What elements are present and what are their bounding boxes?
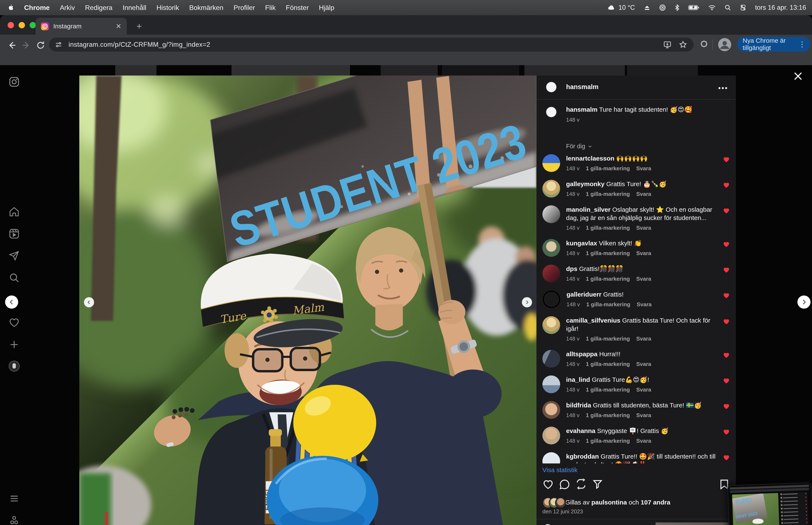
- comment-like-button[interactable]: [721, 350, 730, 368]
- sidebar-item-reels[interactable]: [9, 228, 20, 239]
- comment-reply-button[interactable]: Svara: [636, 361, 651, 368]
- comment-like-button[interactable]: [721, 290, 730, 309]
- view-statistics-link[interactable]: Visa statistik: [542, 466, 578, 474]
- comment-username[interactable]: kungavlax: [566, 240, 597, 246]
- comment-like-button[interactable]: [721, 205, 730, 231]
- owner-avatar[interactable]: [542, 79, 560, 97]
- install-icon[interactable]: [663, 41, 672, 49]
- menu-item[interactable]: Redigera: [85, 4, 112, 12]
- sidebar-item-home[interactable]: [9, 206, 20, 217]
- menu-item[interactable]: Historik: [156, 4, 179, 12]
- tab-close-icon[interactable]: ✕: [116, 22, 121, 30]
- menu-item[interactable]: Arkiv: [60, 4, 75, 12]
- sidebar-item-create[interactable]: [9, 339, 20, 350]
- carousel-next-button[interactable]: [522, 297, 532, 308]
- reload-button[interactable]: [35, 39, 47, 51]
- profile-avatar[interactable]: [718, 38, 731, 52]
- comment-username[interactable]: kgbroddan: [566, 453, 599, 460]
- close-modal-icon[interactable]: [793, 71, 803, 81]
- comment-reply-button[interactable]: Svara: [636, 335, 651, 342]
- likes-summary[interactable]: Gillas av paulsontina och 107 andra: [542, 497, 670, 508]
- comment-button[interactable]: [559, 479, 570, 491]
- close-window-button[interactable]: [7, 22, 14, 28]
- comment-reply-button[interactable]: Svara: [636, 387, 651, 393]
- instagram-logo-icon[interactable]: [9, 76, 20, 88]
- menu-item[interactable]: Profiler: [233, 4, 255, 12]
- comment-username[interactable]: galleriduerr: [567, 291, 601, 298]
- menu-item[interactable]: Flik: [265, 4, 276, 12]
- emoji-picker-icon[interactable]: [542, 524, 553, 525]
- forward-button[interactable]: [20, 39, 32, 51]
- url-text[interactable]: instagram.com/p/CtZ-CRFMM_g/?img_index=2: [68, 41, 210, 48]
- bluetooth-icon[interactable]: [675, 4, 679, 11]
- commenter-avatar[interactable]: [542, 426, 560, 445]
- comment-like-button[interactable]: [721, 265, 730, 282]
- wifi-icon[interactable]: [708, 5, 716, 11]
- comment-likes[interactable]: 1 gilla-markering: [586, 412, 630, 419]
- zoom-window-button[interactable]: [30, 22, 36, 28]
- battery-icon[interactable]: [688, 5, 699, 11]
- comment-likes[interactable]: 1 gilla-markering: [586, 438, 630, 444]
- likes-count[interactable]: 107 andra: [641, 499, 670, 506]
- comment-likes[interactable]: 1 gilla-markering: [586, 225, 630, 231]
- comment-like-button[interactable]: [721, 239, 730, 257]
- bookmark-star-icon[interactable]: [679, 41, 687, 49]
- comment-username[interactable]: camilla_silfvenius: [566, 317, 621, 324]
- commenter-avatar[interactable]: [542, 180, 560, 198]
- extensions-puzzle-icon[interactable]: [700, 40, 709, 50]
- menu-item[interactable]: Bokmärken: [189, 4, 224, 12]
- caption-avatar[interactable]: [542, 104, 560, 122]
- caption-username[interactable]: hansmalm: [566, 106, 597, 113]
- share-button[interactable]: [592, 479, 603, 491]
- menubar-clock[interactable]: tors 16 apr. 13:16: [755, 4, 806, 12]
- next-post-button[interactable]: [797, 296, 811, 309]
- menu-item[interactable]: Innehåll: [123, 4, 146, 12]
- comment-username[interactable]: lennartclaesson: [566, 155, 614, 162]
- comment-like-button[interactable]: [721, 180, 730, 198]
- previous-post-button[interactable]: [5, 296, 18, 309]
- menu-item[interactable]: Hjälp: [319, 4, 334, 12]
- commenter-avatar[interactable]: [542, 452, 560, 463]
- like-button[interactable]: [542, 479, 554, 491]
- sidebar-item-notifications[interactable]: [9, 317, 20, 328]
- comment-reply-button[interactable]: Svara: [636, 412, 651, 419]
- sidebar-item-profile[interactable]: [9, 360, 20, 372]
- likers-avatars[interactable]: [542, 497, 565, 508]
- comment-username[interactable]: bildfrida: [566, 402, 591, 409]
- carousel-previous-button[interactable]: [84, 297, 94, 308]
- comment-username[interactable]: dps: [566, 265, 577, 272]
- comment-reply-button[interactable]: Svara: [636, 250, 651, 257]
- comment-likes[interactable]: 1 gilla-markering: [586, 361, 630, 368]
- spotlight-search-icon[interactable]: [725, 4, 731, 11]
- liker-username[interactable]: paulsontina: [591, 499, 627, 506]
- comment-reply-button[interactable]: Svara: [636, 165, 651, 172]
- sidebar-item-search[interactable]: [9, 272, 20, 283]
- commenter-avatar[interactable]: [542, 239, 560, 257]
- comment-likes[interactable]: 1 gilla-markering: [586, 335, 630, 342]
- comment-reply-button[interactable]: Svara: [637, 301, 652, 308]
- control-center-icon[interactable]: [740, 4, 746, 11]
- commenter-avatar[interactable]: [542, 265, 560, 282]
- comment-likes[interactable]: 1 gilla-markering: [586, 191, 630, 197]
- minimize-window-button[interactable]: [19, 22, 25, 28]
- commenter-avatar[interactable]: [542, 316, 560, 334]
- address-bar[interactable]: instagram.com/p/CtZ-CRFMM_g/?img_index=2: [49, 38, 693, 51]
- comments-list[interactable]: lennartclaesson 🙌🙌🙌🙌148 v1 gilla-markeri…: [542, 154, 730, 463]
- comment-likes[interactable]: 1 gilla-markering: [586, 250, 630, 257]
- comment-like-button[interactable]: [721, 452, 730, 463]
- more-options-icon[interactable]: •••: [718, 84, 728, 92]
- comment-username[interactable]: evahanna: [566, 427, 595, 434]
- comment-username[interactable]: manolin_silver: [566, 206, 611, 213]
- commenter-avatar[interactable]: [542, 290, 561, 309]
- chrome-update-button[interactable]: Nya Chrome är tillgängligt ⋮: [737, 37, 810, 51]
- comment-reply-button[interactable]: Svara: [636, 191, 651, 197]
- sidebar-item-more-menu[interactable]: [9, 493, 20, 504]
- airdrop-icon[interactable]: [659, 4, 666, 11]
- menu-app-name[interactable]: Chrome: [24, 4, 50, 12]
- commenter-avatar[interactable]: [542, 401, 560, 419]
- sidebar-item-meta-apps[interactable]: [9, 515, 20, 525]
- commenter-avatar[interactable]: [542, 350, 560, 368]
- sidebar-item-messages[interactable]: [9, 250, 20, 261]
- comment-reply-button[interactable]: Svara: [636, 438, 651, 444]
- comments-sort-dropdown[interactable]: För dig: [566, 143, 592, 150]
